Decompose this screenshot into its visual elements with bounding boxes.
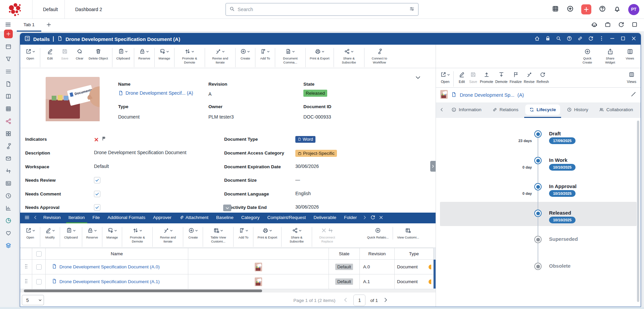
panel-scrollbar-thumb[interactable] [637, 121, 639, 302]
toolbar-button-reserve[interactable]: Reserve [85, 226, 100, 240]
grid-tab-revision[interactable]: Revision [41, 213, 63, 223]
toolbar-button-edit[interactable]: Edit [456, 71, 467, 85]
toolbar-button-open[interactable]: Open [23, 47, 38, 61]
table-report-icon[interactable] [552, 5, 559, 14]
table-row[interactable]: Drone Development Specification Document… [20, 274, 436, 289]
rail-apps-icon[interactable] [4, 130, 12, 138]
checkbox-checked[interactable] [94, 191, 100, 197]
grid-tab-iteration[interactable]: Iteration [66, 213, 87, 223]
menu-dashboard-2[interactable]: Dashboard 2 [70, 0, 107, 19]
next-page-icon[interactable] [383, 297, 389, 304]
toolbar-button-promote-demote[interactable]: Promote & Demote [177, 47, 202, 65]
grid-tab-deliverable[interactable]: Deliverable [311, 213, 339, 223]
side-views-button[interactable]: Views [626, 71, 637, 85]
grid-refresh-icon[interactable] [370, 215, 376, 221]
main-menu-icon[interactable] [5, 21, 11, 29]
rail-transfer-icon[interactable] [4, 167, 12, 175]
quick-action-share-widget[interactable]: Share Widget [600, 47, 620, 65]
rail-gauge-icon[interactable] [4, 217, 12, 225]
global-search[interactable] [226, 3, 418, 16]
toolbar-button-delete-object[interactable]: Delete Object [87, 47, 110, 61]
toolbar-button-demote[interactable]: Demote [494, 71, 509, 85]
search-filter-icon[interactable] [409, 6, 415, 13]
toolbar-button-refresh[interactable]: Refresh [536, 71, 550, 85]
row-document-link[interactable]: Drone Development Specification Document… [59, 264, 160, 269]
side-tab-collaboration[interactable]: Collaboration [594, 102, 638, 118]
grid-tab-attachment[interactable]: Attachment [177, 213, 211, 223]
toolbar-button-view-customi[interactable]: View Customi... [395, 226, 421, 240]
toolbar-button-print-export[interactable]: Print & Export [308, 47, 331, 61]
grid-tab-file[interactable]: File [90, 213, 102, 223]
notifications-icon[interactable] [613, 5, 621, 14]
quick-add-icon[interactable] [566, 5, 574, 14]
more-icon[interactable] [599, 36, 604, 43]
grid-tab-baseline[interactable]: Baseline [214, 213, 236, 223]
lifecycle-node-draft[interactable] [534, 130, 542, 138]
toolbar-button-save[interactable]: Save [57, 47, 72, 61]
panel-splitter-handle[interactable] [430, 161, 436, 172]
create-new-button[interactable] [581, 4, 591, 14]
lock-icon[interactable] [545, 36, 551, 43]
row-document-link[interactable]: Drone Development Specification Document… [59, 279, 160, 284]
toolbar-button-document-comma[interactable]: Document Comma... [278, 47, 303, 65]
collapse-summary-icon[interactable] [415, 74, 421, 82]
toolbar-button-clipboard[interactable]: Clipboard [115, 47, 132, 61]
toolbar-button-share-subscribe[interactable]: Share & Subscribe [336, 47, 362, 65]
page-size-select[interactable]: 5 [22, 295, 44, 305]
grid-horizontal-scrollbar[interactable] [20, 289, 436, 293]
window-header[interactable]: Details Drone Development Specification … [20, 33, 641, 45]
rail-table-icon[interactable] [4, 105, 12, 113]
toolbar-button-create[interactable]: Create [238, 47, 253, 61]
rail-chart-icon[interactable] [4, 204, 12, 212]
scroll-down-button[interactable] [223, 205, 231, 211]
lifecycle-node-in-work[interactable] [534, 157, 542, 164]
toolbar-button-add-to[interactable]: Add To [236, 226, 251, 240]
table-row[interactable]: Drone Development Specification Document… [20, 260, 436, 274]
scrollbar-thumb[interactable] [24, 290, 262, 292]
toolbox-icon[interactable] [604, 21, 611, 29]
side-tab-information[interactable]: Information [446, 102, 487, 118]
side-tab-history[interactable]: History [562, 102, 593, 118]
grid-tab-approver[interactable]: Approver [151, 213, 174, 223]
rail-favorites-icon[interactable] [4, 229, 12, 237]
toolbar-button-manage[interactable]: Manage [157, 47, 172, 61]
home-icon[interactable] [534, 36, 540, 43]
document-preview-image[interactable]: Documents [46, 77, 100, 123]
rail-dashboard-icon[interactable] [4, 43, 12, 51]
scroll-tabs-left-icon[interactable] [33, 215, 38, 221]
menu-default[interactable]: Default [38, 0, 63, 19]
toolbar-button-print-export[interactable]: Print & Export [256, 226, 279, 240]
select-all-checkbox[interactable] [36, 251, 42, 257]
link-icon[interactable] [577, 36, 583, 43]
grid-tab-complaint-request[interactable]: Complaint/Request [265, 213, 308, 223]
page-number-input[interactable] [353, 295, 365, 306]
toolbar-button-open[interactable]: Open [23, 226, 38, 240]
lifecycle-node-superseded[interactable] [534, 236, 542, 243]
toolbar-button-edit[interactable]: Edit [43, 47, 57, 61]
toolbar-button-save[interactable]: Save [467, 71, 479, 85]
toolbar-button-open[interactable]: Open [439, 71, 451, 85]
add-tab-icon[interactable] [46, 22, 52, 29]
toolbar-button-clear[interactable]: Clear [72, 47, 87, 61]
quick-action-views[interactable]: Views [623, 47, 637, 61]
app-logo-icon[interactable] [7, 2, 23, 18]
maximize-icon[interactable] [620, 36, 626, 43]
checkbox-checked[interactable] [94, 204, 100, 211]
help-icon[interactable] [599, 5, 606, 14]
side-tab-lifecycle[interactable]: Lifecycle [524, 102, 561, 118]
close-icon[interactable] [631, 36, 637, 43]
minimize-icon[interactable] [609, 36, 615, 43]
item-title-link[interactable]: Drone Development Sp... [460, 92, 514, 98]
quick-action-quick-create[interactable]: Quick Create [578, 47, 597, 65]
maximize-icon[interactable] [631, 21, 638, 29]
row-checkbox[interactable] [36, 279, 42, 284]
lifecycle-node-obsolete[interactable] [534, 263, 542, 270]
rail-filter-icon[interactable] [4, 55, 12, 63]
toolbar-button-reserve[interactable]: Reserve [137, 47, 152, 61]
rail-card-icon[interactable] [4, 179, 12, 187]
document-link[interactable]: Drone Development Specif... (A) [118, 90, 193, 96]
search-icon[interactable] [556, 36, 561, 43]
rail-history-icon[interactable] [4, 192, 12, 200]
toolbar-button-quick-relatio[interactable]: Quick Relatio... [365, 226, 390, 240]
workspace-tab-1[interactable]: Tab 1 [17, 19, 41, 32]
